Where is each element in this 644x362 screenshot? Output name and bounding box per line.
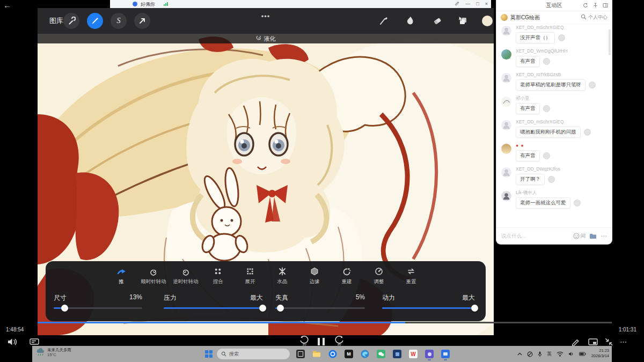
smudge-finger-icon: [405, 16, 416, 26]
progress-fill: [38, 322, 405, 323]
chat-scrollbar[interactable]: [609, 29, 611, 55]
volume-button[interactable]: [8, 337, 18, 349]
liquify-panel: 推 顺时针转动 逆时针转动 捏合 展开: [46, 261, 486, 321]
refresh-icon[interactable]: [583, 3, 588, 9]
actions-wrench-button[interactable]: [63, 13, 79, 29]
chrome-icon: [328, 350, 337, 358]
minimize-button[interactable]: —: [465, 0, 470, 8]
pressure-slider[interactable]: 压力最大: [164, 293, 263, 309]
pressure-slider-value: 最大: [250, 293, 263, 302]
tray-chevron-icon[interactable]: [517, 352, 522, 356]
file-explorer-button[interactable]: [312, 350, 321, 358]
chat-message: XET_DD_mSchrXGiEQ 嗯抱歉我刚刚手机的问题: [501, 119, 607, 138]
gallery-button[interactable]: 图库: [49, 16, 63, 26]
annotate-icon[interactable]: [455, 0, 459, 8]
emoji-react-icon[interactable]: [543, 152, 550, 159]
edge-button[interactable]: [361, 350, 369, 358]
slider-thumb[interactable]: [471, 305, 478, 312]
tray-volume-icon[interactable]: [568, 351, 574, 357]
transform-button[interactable]: [134, 13, 150, 29]
tool-edge[interactable]: 边缘: [299, 266, 330, 285]
tool-crystal[interactable]: 水晶: [267, 266, 298, 285]
app-navy-button[interactable]: [393, 350, 401, 358]
wechat-button[interactable]: [377, 350, 385, 358]
adjust-gauge-icon: [375, 266, 383, 277]
taskbar-clock[interactable]: 21:23 2026/3/14: [591, 348, 609, 359]
tool-reset[interactable]: 重置: [396, 266, 427, 285]
progress-bar[interactable]: [38, 322, 612, 323]
close-button[interactable]: ×: [485, 0, 488, 8]
taskbar-apps: M W: [296, 350, 450, 358]
color-swatch-button[interactable]: [480, 13, 494, 28]
browser-button[interactable]: [328, 350, 337, 358]
adjustments-button[interactable]: [87, 13, 103, 29]
battery-icon[interactable]: [579, 352, 586, 356]
slider-thumb[interactable]: [259, 305, 266, 312]
momentum-slider[interactable]: 动力最大: [382, 293, 475, 309]
search-icon[interactable]: [581, 14, 587, 21]
ime-indicator[interactable]: 英: [547, 351, 552, 358]
liquify-spiral-icon: [256, 36, 261, 41]
brush-button[interactable]: [376, 13, 391, 28]
taskbar-search[interactable]: 搜索: [217, 349, 290, 359]
emoji-react-icon[interactable]: [589, 82, 596, 88]
more-handle-icon[interactable]: •••: [261, 12, 270, 20]
momentum-slider-value: 最大: [462, 293, 475, 302]
maximize-button[interactable]: □: [476, 0, 479, 8]
selection-button[interactable]: S: [111, 13, 127, 29]
tool-push[interactable]: 推: [106, 266, 137, 285]
clock-time: 21:23: [599, 348, 609, 353]
app-m-button[interactable]: M: [345, 350, 353, 358]
start-button[interactable]: [205, 350, 213, 360]
forward-30-button[interactable]: 30: [333, 336, 345, 346]
weather-widget[interactable]: 未来几天多雨15°C: [36, 348, 71, 358]
search-icon: [221, 351, 226, 357]
selection-icon: S: [117, 17, 121, 25]
blocked-circle-icon[interactable]: [527, 351, 533, 357]
emoji-react-icon[interactable]: [548, 176, 555, 183]
emoji-react-icon[interactable]: [543, 105, 550, 112]
tool-twirl-ccw[interactable]: 逆时针转动: [170, 266, 201, 285]
size-slider[interactable]: 尺寸13%: [54, 293, 142, 309]
app-blue-button[interactable]: [441, 350, 450, 358]
back-button[interactable]: ←: [3, 1, 11, 10]
panel-icon[interactable]: [603, 3, 608, 9]
chat-more-button[interactable]: ⋯: [601, 233, 607, 239]
channel-avatar: [501, 14, 508, 21]
emoji-react-icon[interactable]: [584, 129, 591, 136]
distortion-slider[interactable]: 失真5%: [275, 293, 365, 309]
avatar: [501, 167, 511, 178]
chat-message: Lik-镜中人 老师一画就这么可爱: [501, 190, 607, 209]
chat-input[interactable]: 说点什么...: [501, 233, 569, 240]
tool-twirl-cw[interactable]: 顺时针转动: [138, 266, 169, 285]
ask-question-button[interactable]: 问: [573, 233, 586, 240]
pin-icon[interactable]: [593, 3, 598, 9]
slider-thumb[interactable]: [277, 305, 284, 312]
wps-button[interactable]: W: [409, 350, 418, 358]
app-purple-button[interactable]: [425, 350, 434, 358]
rewind-10-button[interactable]: 10: [298, 336, 310, 346]
tool-pinch[interactable]: 捏合: [202, 266, 233, 285]
slider-thumb[interactable]: [61, 305, 68, 312]
emoji-react-icon[interactable]: [574, 200, 581, 206]
avatar: [501, 73, 511, 83]
chat-message: ● ● 有声音: [501, 143, 607, 161]
pause-button[interactable]: [318, 338, 325, 345]
tool-reconstruct[interactable]: 重建: [331, 266, 362, 285]
search-placeholder: 搜索: [229, 351, 239, 358]
emoji-react-icon[interactable]: [543, 58, 550, 65]
folder-button[interactable]: [589, 233, 597, 239]
eraser-button[interactable]: [430, 13, 445, 28]
task-view-button[interactable]: [296, 350, 305, 358]
mic-icon[interactable]: [538, 351, 542, 357]
smudge-button[interactable]: [403, 13, 418, 28]
color-circle-icon: [481, 15, 493, 27]
layers-button[interactable]: [456, 13, 471, 28]
wifi-icon[interactable]: [557, 351, 564, 357]
profile-link[interactable]: 个人中心: [588, 14, 608, 21]
tool-adjust[interactable]: 调整: [363, 266, 394, 285]
tool-expand[interactable]: 展开: [235, 266, 266, 285]
player-more-button[interactable]: ⋯: [620, 338, 627, 346]
chat-message: XET_DD_DWqzKJfos 开了啊？: [501, 166, 607, 185]
emoji-react-icon[interactable]: [558, 34, 565, 41]
